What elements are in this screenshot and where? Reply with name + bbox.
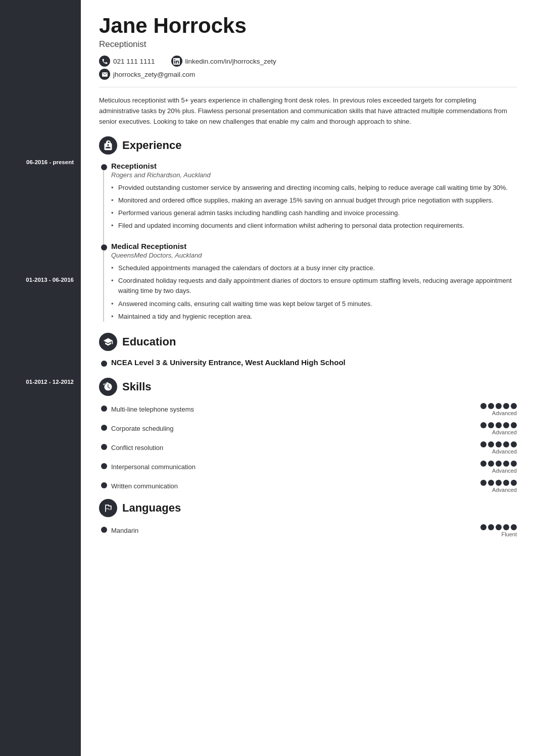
sd4-3 xyxy=(496,461,502,467)
ld1-1 xyxy=(480,524,487,530)
skill-dots-1 xyxy=(480,403,517,409)
edu-degree-1: NCEA Level 3 & University Entrance, West… xyxy=(111,358,517,367)
sd1-4 xyxy=(503,403,509,409)
skill-dot-4 xyxy=(101,463,107,469)
sd3-4 xyxy=(503,441,509,447)
ld1-3 xyxy=(496,524,502,530)
skill-row-2: Corporate scheduling Advanced xyxy=(111,422,517,435)
main-content: Jane Horrocks Receptionist 021 111 1111 … xyxy=(81,0,535,756)
sd2-5 xyxy=(511,422,517,428)
sd2-4 xyxy=(503,422,509,428)
skill-rating-2: Advanced xyxy=(480,422,517,435)
skill-rating-4: Advanced xyxy=(480,461,517,474)
timeline-dot-1 xyxy=(101,164,107,170)
bullets-2: Scheduled appointments managed the calen… xyxy=(111,263,517,322)
sd1-5 xyxy=(511,403,517,409)
experience-entry-1: Receptionist Rogers and Richardson, Auck… xyxy=(111,162,517,231)
skill-dots-3 xyxy=(480,441,517,447)
bullet-2-2: Coordinated holiday requests and daily a… xyxy=(111,276,517,296)
skill-row-1: Multi-line telephone systems Advanced xyxy=(111,403,517,416)
skill-row-4: Interpersonal communication Advanced xyxy=(111,461,517,474)
skill-name-4: Interpersonal communication xyxy=(111,463,480,471)
skill-name-2: Corporate scheduling xyxy=(111,425,480,432)
edu-dot-1 xyxy=(101,361,107,367)
languages-icon xyxy=(99,499,117,517)
job-title-2: Medical Receptionist xyxy=(111,242,517,250)
skills-title: Skills xyxy=(122,380,151,393)
ld1-5 xyxy=(511,524,517,530)
company-2: QueensMed Doctors, Auckland xyxy=(111,251,517,259)
bullet-1-3: Performed various general admin tasks in… xyxy=(111,208,517,218)
email-contact: jhorrocks_zety@gmail.com xyxy=(99,69,195,80)
experience-title: Experience xyxy=(122,139,181,152)
experience-icon xyxy=(99,136,117,155)
skill-level-4: Advanced xyxy=(492,468,517,474)
sd5-3 xyxy=(496,480,502,486)
skill-row-5: Written communication Advanced xyxy=(111,480,517,493)
summary-text: Meticulous receptionist with 5+ years ex… xyxy=(99,95,517,127)
email-icon xyxy=(99,69,110,80)
skills-header: Skills xyxy=(99,378,517,396)
skill-row-3: Conflict resolution Advanced xyxy=(111,441,517,455)
job-title-1: Receptionist xyxy=(111,162,517,170)
sd1-3 xyxy=(496,403,502,409)
sidebar-date-label: 01-2012 - 12-2012 xyxy=(26,379,74,385)
lang-name-1: Mandarin xyxy=(111,527,138,534)
linkedin-icon xyxy=(171,56,182,67)
education-header: Education xyxy=(99,333,517,351)
timeline-dot-2 xyxy=(101,244,107,250)
sd4-1 xyxy=(480,461,487,467)
skill-level-1: Advanced xyxy=(492,410,517,416)
skill-dot-1 xyxy=(101,406,107,412)
sd5-4 xyxy=(503,480,509,486)
experience-entry-2: Medical Receptionist QueensMed Doctors, … xyxy=(111,242,517,322)
languages-list: Mandarin Fluent xyxy=(101,524,517,537)
bullet-1-1: Provided outstanding customer service by… xyxy=(111,183,517,193)
phone-icon xyxy=(99,56,110,67)
sd1-1 xyxy=(480,403,487,409)
lang-row-1: Mandarin Fluent xyxy=(111,524,517,537)
education-timeline: NCEA Level 3 & University Entrance, West… xyxy=(101,358,517,367)
ld1-4 xyxy=(503,524,509,530)
sd4-4 xyxy=(503,461,509,467)
languages-title: Languages xyxy=(122,501,181,515)
skill-dot-3 xyxy=(101,444,107,450)
skill-name-3: Conflict resolution xyxy=(111,444,480,451)
phone-contact: 021 111 1111 xyxy=(99,56,155,67)
skills-list: Multi-line telephone systems Advanced Co… xyxy=(101,403,517,493)
education-title: Education xyxy=(122,335,176,348)
lang-level-1: Fluent xyxy=(501,531,517,537)
experience-header: Experience xyxy=(99,136,517,155)
linkedin-contact: linkedin.com/in/jhorrocks_zety xyxy=(171,56,276,67)
email-text: jhorrocks_zety@gmail.com xyxy=(113,71,195,78)
ld1-2 xyxy=(488,524,494,530)
education-icon xyxy=(99,333,117,351)
sidebar-date-label: 01-2013 - 06-2016 xyxy=(26,277,74,283)
experience-timeline: Receptionist Rogers and Richardson, Auck… xyxy=(101,162,517,322)
languages-header: Languages xyxy=(99,499,517,517)
bullet-2-4: Maintained a tidy and hygienic reception… xyxy=(111,312,517,322)
skills-icon xyxy=(99,378,117,396)
skill-dot-5 xyxy=(101,482,107,488)
contact-row-2: jhorrocks_zety@gmail.com xyxy=(99,69,517,80)
header-divider xyxy=(99,87,517,87)
sd2-2 xyxy=(488,422,494,428)
skill-dots-4 xyxy=(480,461,517,467)
skill-rating-1: Advanced xyxy=(480,403,517,416)
skill-rating-3: Advanced xyxy=(480,441,517,455)
education-entry-1: NCEA Level 3 & University Entrance, West… xyxy=(111,358,517,367)
skill-dots-2 xyxy=(480,422,517,428)
skill-name-5: Written communication xyxy=(111,482,480,490)
lang-dot-1 xyxy=(101,527,107,533)
sd3-1 xyxy=(480,441,487,447)
linkedin-text: linkedin.com/in/jhorrocks_zety xyxy=(185,58,276,65)
skill-level-3: Advanced xyxy=(492,448,517,455)
skill-rating-5: Advanced xyxy=(480,480,517,493)
sidebar: 06-2016 - present01-2013 - 06-201601-201… xyxy=(0,0,81,756)
sd3-5 xyxy=(511,441,517,447)
sd5-2 xyxy=(488,480,494,486)
sd3-3 xyxy=(496,441,502,447)
bullet-2-1: Scheduled appointments managed the calen… xyxy=(111,263,517,273)
phone-text: 021 111 1111 xyxy=(113,58,155,65)
bullet-1-2: Monitored and ordered office supplies, m… xyxy=(111,195,517,206)
